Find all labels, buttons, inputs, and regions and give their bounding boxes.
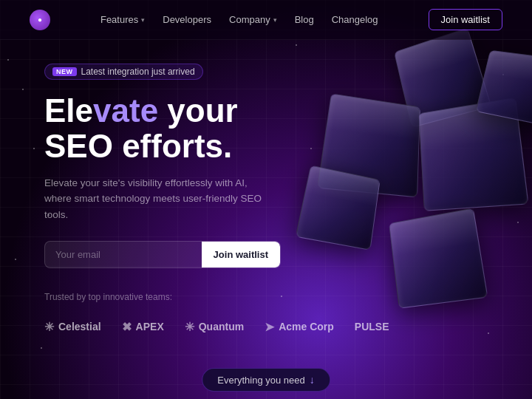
acme-icon: ➤ <box>265 320 274 334</box>
brand-celestial: ✳ Celestial <box>44 320 101 334</box>
nav-blog[interactable]: Blog <box>295 14 314 25</box>
brand-pulse: PULSE <box>355 321 389 332</box>
trusted-logos: ✳ Celestial ✖ APEX ✳ Quantum ➤ Acme Corp… <box>44 320 389 334</box>
brand-acme-corp: ➤ Acme Corp <box>265 320 334 334</box>
email-input[interactable] <box>45 242 202 267</box>
nav-company[interactable]: Company ▾ <box>229 14 277 25</box>
star <box>41 347 42 349</box>
brand-quantum: ✳ Quantum <box>185 320 244 334</box>
badge-text: Latest integration just arrived <box>81 66 195 77</box>
nav-logo[interactable]: ● <box>30 10 50 30</box>
nav-features[interactable]: Features ▾ <box>100 14 145 25</box>
hero-badge: NEW Latest integration just arrived <box>44 64 203 80</box>
nav-changelog[interactable]: Changelog <box>332 14 378 25</box>
apex-icon: ✖ <box>122 320 132 334</box>
quantum-icon: ✳ <box>185 320 194 334</box>
hero-title: Elevate your SEO efforts. <box>44 93 266 165</box>
brand-apex: ✖ APEX <box>122 320 164 334</box>
trusted-section: Trusted by top innovative teams: ✳ Celes… <box>0 268 532 334</box>
pill-text: Everything you need <box>217 375 305 386</box>
chevron-down-icon: ▾ <box>273 16 277 24</box>
celestial-icon: ✳ <box>44 320 54 334</box>
join-waitlist-button[interactable]: Join waitlist <box>202 242 280 267</box>
nav-join-waitlist-button[interactable]: Join waitlist <box>429 9 502 30</box>
trusted-label: Trusted by top innovative teams: <box>44 292 172 302</box>
nav-developers[interactable]: Developers <box>163 14 211 25</box>
chevron-down-icon: ▾ <box>141 16 145 24</box>
hero-description: Elevate your site's visibility effortles… <box>44 175 266 223</box>
hero-section: NEW Latest integration just arrived Elev… <box>0 40 310 268</box>
nav-links: Features ▾ Developers Company ▾ Blog Cha… <box>100 14 378 25</box>
badge-new-label: NEW <box>52 67 77 76</box>
bottom-pill[interactable]: Everything you need ↓ <box>202 368 330 392</box>
navbar: ● Features ▾ Developers Company ▾ Blog C… <box>0 0 532 40</box>
email-form: Join waitlist <box>44 241 281 268</box>
arrow-down-icon: ↓ <box>310 374 315 386</box>
